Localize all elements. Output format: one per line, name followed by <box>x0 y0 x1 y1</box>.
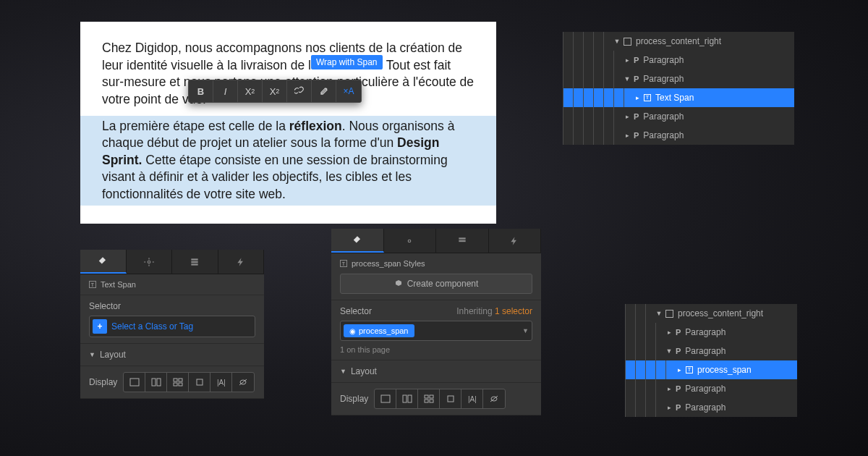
selector-count: 1 on this page <box>340 345 532 354</box>
text-span-icon: T <box>644 94 651 101</box>
layers-icon <box>190 257 200 267</box>
flex-icon <box>151 378 161 387</box>
paragraph-icon: P <box>634 75 639 83</box>
display-inline-block-button[interactable] <box>440 389 461 408</box>
italic-button[interactable]: I <box>213 80 238 103</box>
nav-container-row[interactable]: ▼process_content_right <box>625 304 797 323</box>
grid-icon <box>173 378 183 387</box>
brush-icon <box>352 235 362 245</box>
nav-text-span-row[interactable]: ▸TText Span <box>563 88 794 107</box>
display-grid-button[interactable] <box>418 389 440 408</box>
svg-rect-16 <box>403 395 407 402</box>
class-tag[interactable]: ◉process_span <box>344 324 414 337</box>
eye-off-icon <box>489 394 499 403</box>
brush-icon <box>98 256 108 266</box>
style-panel-2: Tprocess_span Styles Create component Se… <box>331 229 541 415</box>
paragraph-icon: P <box>676 403 681 412</box>
link-button[interactable] <box>287 80 312 103</box>
svg-rect-2 <box>192 261 198 262</box>
svg-point-0 <box>148 261 150 263</box>
display-inline-block-button[interactable] <box>189 373 210 392</box>
nav-process-span-row[interactable]: ▸Tprocess_span <box>625 360 797 379</box>
add-class-button[interactable]: + <box>93 319 107 334</box>
wrap-span-button[interactable]: ×A <box>336 80 361 103</box>
nav-container-row[interactable]: ▼process_content_right <box>563 32 794 51</box>
paragraph-icon: P <box>634 112 639 121</box>
text-span-icon: T <box>686 366 693 373</box>
nav-paragraph-row[interactable]: ▸PParagraph <box>563 126 794 145</box>
selector-input[interactable]: ◉process_span ▼ <box>340 321 532 341</box>
nav-paragraph-row[interactable]: ▸PParagraph <box>625 379 797 398</box>
gear-icon <box>144 257 154 267</box>
panel-tabs <box>80 250 264 274</box>
tab-settings[interactable] <box>127 250 173 274</box>
inline-block-icon <box>195 378 205 387</box>
tab-style[interactable] <box>331 229 384 253</box>
link-icon <box>294 86 305 96</box>
tab-interactions[interactable] <box>218 250 265 274</box>
paragraph-icon: P <box>634 56 639 64</box>
svg-rect-4 <box>130 379 139 386</box>
layout-header[interactable]: ▼Layout <box>80 344 264 366</box>
inline-icon: |A| <box>217 379 226 387</box>
svg-rect-1 <box>192 258 198 260</box>
paragraph-icon: P <box>676 347 681 355</box>
svg-rect-18 <box>425 395 428 398</box>
tab-interactions[interactable] <box>489 229 542 253</box>
display-block-button[interactable] <box>124 373 145 392</box>
style-panel-1: TText Span Selector + Select a Class or … <box>80 250 264 399</box>
inline-icon: |A| <box>468 395 477 403</box>
rich-text-editor[interactable]: Chez Digidop, nous accompagnons nos clie… <box>80 22 496 224</box>
expand-arrow-icon[interactable]: ▼ <box>613 38 621 45</box>
clear-format-button[interactable] <box>312 80 336 103</box>
state-dropdown-icon[interactable]: ▼ <box>522 327 529 334</box>
nav-paragraph-row[interactable]: ▸PParagraph <box>563 51 794 69</box>
navigator-panel-2: ▼process_content_right ▸PParagraph ▼PPar… <box>625 304 797 417</box>
paragraph-2-selected[interactable]: La première étape est celle de la réflex… <box>80 116 496 206</box>
svg-rect-3 <box>192 263 198 265</box>
tab-manager[interactable] <box>172 250 218 274</box>
tab-style[interactable] <box>80 250 127 274</box>
text-span-icon: T <box>89 281 96 288</box>
svg-rect-14 <box>459 240 465 241</box>
bolt-icon <box>236 257 246 267</box>
display-none-button[interactable] <box>483 389 505 408</box>
display-none-button[interactable] <box>232 373 254 392</box>
superscript-button[interactable]: X2 <box>238 80 263 103</box>
nav-paragraph-row[interactable]: ▼PParagraph <box>625 342 797 360</box>
display-inline-button[interactable]: |A| <box>210 373 232 392</box>
layers-icon <box>457 236 467 246</box>
display-flex-button[interactable] <box>145 373 167 392</box>
subscript-button[interactable]: X2 <box>263 80 287 103</box>
create-component-button[interactable]: Create component <box>340 274 532 294</box>
svg-rect-20 <box>425 400 428 402</box>
nav-paragraph-row[interactable]: ▸PParagraph <box>625 398 797 417</box>
nav-paragraph-row[interactable]: ▸PParagraph <box>563 107 794 126</box>
paragraph-icon: P <box>634 131 639 140</box>
svg-rect-13 <box>459 237 465 239</box>
svg-rect-10 <box>179 383 182 386</box>
display-inline-button[interactable]: |A| <box>461 389 483 408</box>
svg-point-12 <box>409 240 412 242</box>
display-block-button[interactable] <box>375 389 396 408</box>
selector-input[interactable]: + Select a Class or Tag <box>89 316 255 337</box>
svg-rect-22 <box>448 396 454 402</box>
bold-button[interactable]: B <box>189 80 213 103</box>
block-icon <box>129 378 140 387</box>
layout-header[interactable]: ▼Layout <box>331 360 541 383</box>
display-grid-button[interactable] <box>167 373 189 392</box>
svg-rect-19 <box>430 395 433 398</box>
eye-off-icon <box>238 378 248 387</box>
grid-icon <box>424 394 434 403</box>
svg-rect-17 <box>408 395 412 402</box>
tab-manager[interactable] <box>436 229 489 253</box>
text-span-icon: T <box>340 260 347 267</box>
div-icon <box>665 310 673 318</box>
nav-paragraph-row[interactable]: ▸PParagraph <box>625 323 797 342</box>
global-icon: ◉ <box>349 327 356 335</box>
display-flex-button[interactable] <box>396 389 418 408</box>
nav-paragraph-row[interactable]: ▼PParagraph <box>563 69 794 88</box>
svg-rect-7 <box>174 379 177 381</box>
tab-settings[interactable] <box>384 229 437 253</box>
gear-icon <box>404 236 414 246</box>
